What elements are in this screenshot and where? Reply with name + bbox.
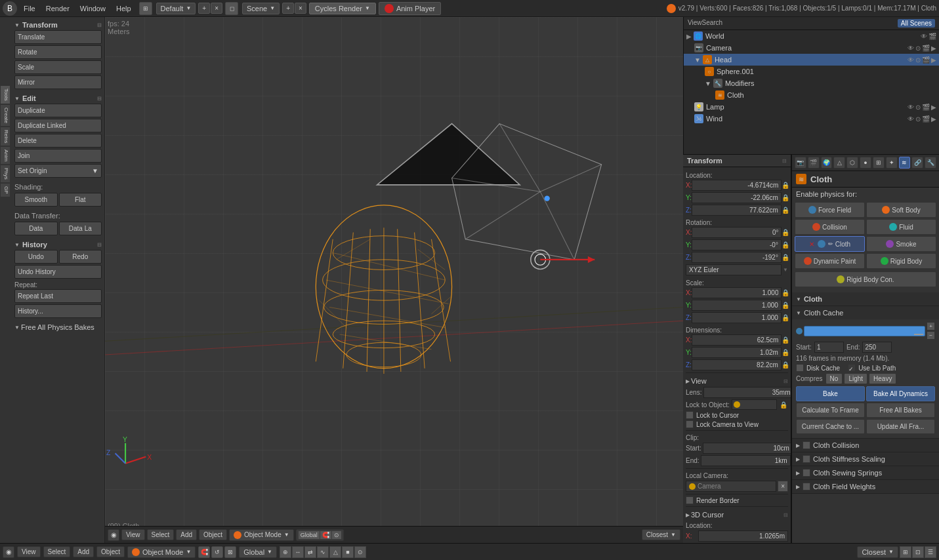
mesh-props-icon[interactable]: ⬡ [846,157,858,169]
viewport-type-icon[interactable]: ◉ [3,546,14,558]
cursor-3d-header[interactable]: ▶ 3D Cursor ⊟ [686,509,788,521]
compress-light-btn[interactable]: Light [844,373,867,384]
join-btn[interactable]: Join [14,149,102,163]
cloth-collision-panel[interactable]: Cloth Collision [792,439,939,452]
menu-help[interactable]: Help [111,3,136,14]
modifiers-props-icon[interactable]: 🔧 [925,157,936,169]
create-tab[interactable]: Create [0,104,10,127]
use-lib-path-cb[interactable] [848,364,856,372]
rotation-z-lock-icon[interactable]: 🔒 [782,254,789,261]
set-origin-dropdown[interactable]: Set Origin ▼ [14,164,102,178]
scale-z-lock-icon[interactable]: 🔒 [782,314,789,321]
scale-y-input[interactable] [692,300,782,311]
cache-start-input[interactable] [814,342,844,353]
dim-y-input[interactable] [692,347,782,358]
viewport-mode-icon[interactable]: ◉ [108,529,119,541]
scale-y-lock-icon[interactable]: 🔒 [782,302,789,309]
select-btn[interactable]: Select [43,546,71,557]
duplicate-linked-btn[interactable]: Duplicate Linked [14,119,102,132]
proportional-btn[interactable]: ⊙ [332,531,341,539]
dim-z-input[interactable] [692,359,782,370]
rotation-y-input[interactable] [692,239,782,250]
cloth-collision-cb[interactable] [803,441,810,449]
overlay-icon3[interactable]: ☰ [925,546,936,558]
wind-visibility-icon[interactable]: 👁 [908,115,914,123]
head-render-icon[interactable]: 🎬 [922,56,930,64]
outliner-item-head[interactable]: ▼ △ Head 👁 ⊙ 🎬 ▶ [684,54,939,66]
calculate-btn[interactable]: Calculate To Frame [796,403,865,418]
wind-select-icon[interactable]: ⊙ [915,115,921,123]
global-btn[interactable]: Global [299,531,320,539]
dim-z-lock-icon[interactable]: 🔒 [782,361,789,369]
scale-x-lock-icon[interactable]: 🔒 [782,289,789,296]
world-visibility-icon[interactable]: 👁 [921,33,927,40]
screen-icon[interactable]: ⊞ [139,2,152,15]
undo-history-btn[interactable]: Undo History [14,265,102,279]
blender-icon[interactable]: B [3,1,17,16]
outliner-search-label[interactable]: Search [702,19,723,28]
disk-cache-cb[interactable] [796,364,804,372]
location-z-input[interactable] [692,205,782,216]
clip-start-input[interactable] [703,443,791,454]
tool6-icon[interactable]: ■ [342,546,354,558]
soft-body-btn[interactable]: Soft Body [866,202,936,218]
object-mode-selector[interactable]: Object Mode ▼ [229,529,294,541]
view-section-header[interactable]: ▶ View ⊟ [686,375,788,387]
repeat-last-btn[interactable]: Repeat Last [14,289,102,303]
grease-pencil-tab[interactable]: GP [0,183,10,197]
dim-y-lock-icon[interactable]: 🔒 [782,349,789,356]
overlay-icon1[interactable]: ⊞ [900,546,911,558]
camera-select-icon[interactable]: ⊙ [915,45,921,52]
free-bakes-cache-btn[interactable]: Free All Bakes [866,403,935,418]
scale-z-input[interactable] [692,312,782,323]
tool3-icon[interactable]: ⇄ [304,546,316,558]
location-x-input[interactable] [692,180,782,191]
view-menu-btn[interactable]: View [121,529,145,540]
scale-constraint-icon[interactable]: ⊠ [224,546,236,558]
tools-tab[interactable]: Tools [0,85,10,104]
outliner-item-modifiers[interactable]: ▼ 🔧 Modifiers [684,77,939,89]
current-cache-btn[interactable]: Current Cache to ... [796,419,865,434]
add-scene-btn[interactable]: + [282,3,294,14]
clip-end-input[interactable] [701,455,791,466]
viewport-3d[interactable]: fps: 24 Meters [105,17,683,543]
cloth-sewing-cb[interactable] [803,469,810,477]
outliner-view-label[interactable]: View [688,19,702,28]
menu-file[interactable]: File [18,3,41,14]
cloth-cache-toggle[interactable]: Cloth Cache [792,306,939,319]
smoke-btn[interactable]: Smoke [866,236,936,252]
rotation-mode-selector[interactable]: XYZ Euler [686,264,782,275]
render-border-cb[interactable] [686,496,694,504]
lamp-render-icon[interactable]: 🎬 [922,104,930,111]
add-menu-btn[interactable]: Add [176,529,197,540]
dynamic-paint-btn[interactable]: Dynamic Paint [795,253,865,269]
menu-render[interactable]: Render [41,3,75,14]
collision-btn[interactable]: Collision [795,219,865,235]
snap-btn[interactable]: 🧲 [320,531,331,539]
world-render-icon[interactable]: 🎬 [929,33,936,40]
translate-btn[interactable]: Translate [14,30,102,44]
overlay-icon2[interactable]: ⊡ [912,546,924,558]
update-all-btn[interactable]: Update All Fra... [866,419,935,434]
relations-tab[interactable]: Relns [0,127,10,146]
bake-all-btn[interactable]: Bake All Dynamics [866,386,935,401]
rotation-x-input[interactable] [692,227,782,238]
data-la-btn[interactable]: Data La [59,222,102,235]
camera-visibility-icon[interactable]: 👁 [908,45,914,52]
cursor-x-input[interactable] [698,530,788,542]
cloth-section-toggle[interactable]: Cloth [792,292,939,306]
physics-tab[interactable]: Phys [0,165,10,183]
cloth-field-weights-panel[interactable]: Cloth Field Weights [792,480,939,494]
snap-selector[interactable]: Closest ▼ [642,529,680,540]
rigid-body-btn[interactable]: Rigid Body [866,253,936,269]
wind-render-icon[interactable]: 🎬 [922,115,930,123]
camera-expand-icon[interactable]: ▶ [931,45,936,52]
tool4-icon[interactable]: ∿ [317,546,329,558]
location-z-lock-icon[interactable]: 🔒 [782,207,789,214]
history-header[interactable]: History ⊟ [14,239,102,250]
rigid-body-con-btn[interactable]: Rigid Body Con. [795,271,936,287]
cloth-sewing-panel[interactable]: Cloth Sewing Springs [792,466,939,480]
lamp-expand-icon[interactable]: ▶ [931,104,936,111]
cloth-field-weights-cb[interactable] [803,483,810,490]
object-mode-selector2[interactable]: Object Mode ▼ [127,546,196,558]
